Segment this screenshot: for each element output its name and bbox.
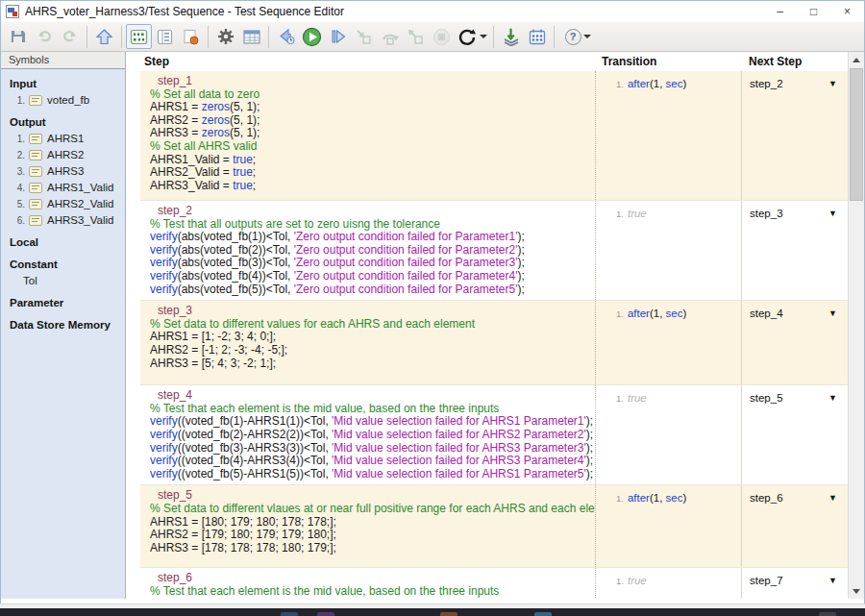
symbol-item[interactable]: 4.AHRS1_Valid [1, 179, 125, 195]
code-line[interactable]: AHRS1 = [1; -2; 3; 4; 0;]; [150, 331, 589, 344]
vertical-scrollbar[interactable] [848, 52, 864, 599]
next-step-value[interactable]: step_3 [750, 208, 783, 219]
minimize-button[interactable]: – [763, 1, 797, 22]
next-step-value[interactable]: step_5 [750, 392, 783, 404]
next-step-cell[interactable]: step_4▼ [741, 301, 848, 384]
next-step-value[interactable]: step_7 [750, 575, 783, 586]
code-line[interactable]: verify(abs(voted_fb(5))<Tol, 'Zero outpu… [150, 283, 589, 297]
code-line[interactable]: AHRS2_Valid = true; [150, 166, 589, 180]
symbol-item[interactable]: 5.AHRS2_Valid [1, 195, 125, 211]
help-icon[interactable]: ? [558, 24, 597, 49]
help-caret-icon[interactable] [583, 35, 591, 38]
code-line[interactable]: AHRS2 = [-1; 2; -3; -4; -5;]; [150, 344, 589, 357]
code-line[interactable]: AHRS1 = [180; 179; 180; 178; 178;]; [150, 516, 589, 530]
next-step-value[interactable]: step_4 [750, 308, 783, 319]
settings-gear-icon[interactable] [212, 24, 238, 49]
next-step-dropdown-icon[interactable]: ▼ [828, 392, 837, 403]
transition-cell[interactable]: 1.after(1, sec) [595, 485, 741, 567]
simulation-pacing-icon[interactable] [455, 24, 489, 49]
next-step-dropdown-icon[interactable]: ▼ [828, 208, 837, 218]
code-line[interactable]: AHRS2 = [179; 180; 179; 179; 180;]; [150, 529, 589, 542]
code-line[interactable]: % Test that each element is the mid valu… [150, 585, 589, 599]
code-line[interactable]: AHRS1_Valid = true; [150, 154, 589, 167]
code-line[interactable]: verify((voted_fb(2)-AHRS2(2))<Tol, 'Mid … [150, 429, 589, 442]
taskbar-icon[interactable] [317, 612, 334, 616]
scrollbar-thumb[interactable] [850, 68, 863, 201]
transition-cell[interactable]: 1.true [595, 568, 741, 599]
step-name[interactable]: step_3 [158, 305, 589, 318]
next-step-dropdown-icon[interactable]: ▼ [828, 492, 837, 503]
code-line[interactable]: % Set data to different vlaues at or nea… [150, 503, 589, 516]
code-line[interactable]: AHRS3 = [178; 178; 178; 180; 179;]; [150, 542, 589, 555]
step-cell[interactable]: step_6% Test that each element is the mi… [140, 568, 595, 599]
symbol-item[interactable]: Tol [1, 272, 125, 288]
export-data-icon[interactable] [498, 24, 524, 49]
symbol-item[interactable]: 1.AHRS1 [1, 130, 125, 146]
code-line[interactable]: verify((voted_fb(3)-AHRS3(3))<Tol, 'Mid … [150, 442, 589, 456]
step-name[interactable]: step_2 [158, 205, 589, 218]
code-line[interactable]: verify(abs(voted_fb(2))<Tol, 'Zero outpu… [150, 244, 589, 258]
code-line[interactable]: AHRS3 = [5; 4; 3; -2; 1;]; [150, 357, 589, 371]
step-name[interactable]: step_4 [158, 389, 589, 403]
scroll-up-icon[interactable] [849, 52, 864, 67]
code-line[interactable]: % Test that all outputs are set to zero … [150, 218, 589, 232]
transition-cell[interactable]: 1.after(1, sec) [595, 301, 741, 384]
step-cell[interactable]: step_3% Set data to different values for… [140, 301, 595, 384]
next-step-cell[interactable]: step_6▼ [741, 485, 848, 567]
step-name[interactable]: step_5 [158, 489, 589, 503]
next-step-cell[interactable]: step_5▼ [741, 385, 848, 484]
code-line[interactable]: AHRS3 = zeros(5, 1); [150, 127, 589, 140]
next-step-cell[interactable]: step_2▼ [741, 71, 848, 200]
symbol-item[interactable]: 2.AHRS2 [1, 146, 125, 162]
code-line[interactable]: verify((voted_fb(1)-AHRS2(1))<Tol, 'Mid … [150, 599, 589, 600]
maximize-button[interactable]: □ [797, 1, 830, 22]
symbol-item[interactable]: 6.AHRS3_Valid [1, 211, 125, 228]
code-line[interactable]: AHRS2 = zeros(5, 1); [150, 114, 589, 128]
next-step-dropdown-icon[interactable]: ▼ [828, 575, 837, 585]
symbol-item[interactable]: 1.voted_fb [1, 91, 125, 108]
taskbar-icon[interactable] [534, 612, 552, 616]
next-step-dropdown-icon[interactable]: ▼ [828, 308, 837, 318]
step-forward-icon[interactable] [325, 24, 351, 49]
step-back-icon[interactable] [273, 24, 299, 49]
next-step-cell[interactable]: step_3▼ [741, 201, 848, 300]
next-step-dropdown-icon[interactable]: ▼ [828, 78, 837, 88]
close-button[interactable]: × [830, 1, 864, 22]
taskbar-icon[interactable] [819, 612, 836, 616]
transition-cell[interactable]: 1.after(1, sec) [595, 71, 741, 200]
transition-cell[interactable]: 1.true [595, 201, 741, 300]
step-cell[interactable]: step_1% Set all data to zeroAHRS1 = zero… [140, 71, 595, 200]
next-step-cell[interactable]: step_7▼ [741, 568, 848, 599]
code-line[interactable]: verify(abs(voted_fb(1))<Tol, 'Zero outpu… [150, 231, 589, 244]
code-line[interactable]: AHRS3_Valid = true; [150, 180, 589, 193]
transition-cell[interactable]: 1.true [595, 385, 741, 484]
code-line[interactable]: verify(abs(voted_fb(4))<Tol, 'Zero outpu… [150, 270, 589, 283]
step-cell[interactable]: step_2% Test that all outputs are set to… [140, 201, 595, 300]
code-line[interactable]: verify((voted_fb(1)-AHRS1(1))<Tol, 'Mid … [150, 415, 589, 429]
next-step-value[interactable]: step_2 [750, 78, 783, 89]
step-cell[interactable]: step_4% Test that each element is the mi… [140, 385, 595, 484]
run-icon[interactable] [299, 24, 325, 49]
save-icon[interactable] [5, 24, 31, 49]
symbol-item[interactable]: 3.AHRS3 [1, 162, 125, 179]
code-line[interactable]: % Set data to different values for each … [150, 318, 589, 332]
outline-view-icon[interactable] [152, 24, 178, 49]
breakpoint-icon[interactable] [178, 24, 204, 49]
taskbar-icon[interactable] [281, 612, 298, 616]
code-line[interactable]: verify(abs(voted_fb(3))<Tol, 'Zero outpu… [150, 257, 589, 270]
navigate-up-icon[interactable] [91, 24, 117, 49]
code-line[interactable]: AHRS1 = zeros(5, 1); [150, 101, 589, 114]
table-properties-icon[interactable] [238, 24, 264, 49]
pacing-caret-icon[interactable] [480, 35, 487, 38]
binary-display-icon[interactable] [126, 24, 152, 49]
step-name[interactable]: step_1 [158, 75, 589, 88]
code-line[interactable]: % Test that each element is the mid valu… [150, 403, 589, 416]
step-name[interactable]: step_6 [158, 572, 589, 585]
next-step-value[interactable]: step_6 [750, 492, 783, 504]
scroll-down-icon[interactable] [849, 583, 864, 599]
code-line[interactable]: verify((voted_fb(4)-AHRS3(4))<Tol, 'Mid … [150, 455, 589, 468]
breakpoint-list-icon[interactable] [524, 24, 550, 49]
step-cell[interactable]: step_5% Set data to different vlaues at … [140, 485, 595, 567]
code-line[interactable]: verify((voted_fb(5)-AHRS1(5))<Tol, 'Mid … [150, 468, 589, 481]
taskbar-icon[interactable] [440, 612, 457, 616]
